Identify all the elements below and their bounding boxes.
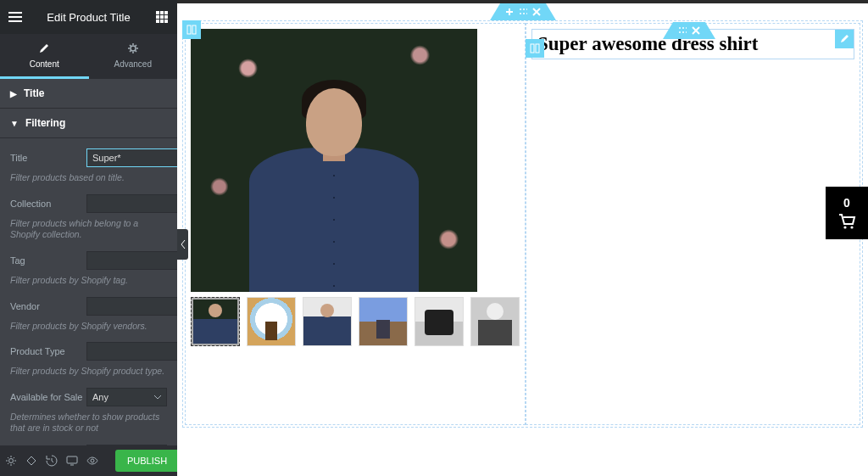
- svg-point-9: [131, 46, 136, 51]
- svg-rect-1: [160, 11, 164, 14]
- svg-rect-28: [536, 44, 539, 53]
- control-producttype-label: Product Type: [10, 346, 86, 356]
- responsive-icon[interactable]: [66, 454, 78, 468]
- panel-tabs: Content Advanced: [0, 34, 177, 79]
- tab-content[interactable]: Content: [0, 34, 89, 79]
- product-info-column[interactable]: Super awesome dress shirt: [526, 23, 860, 425]
- close-icon[interactable]: [692, 26, 700, 35]
- control-vendor-input[interactable]: [86, 297, 177, 316]
- tab-advanced-label: Advanced: [114, 59, 152, 69]
- drag-icon[interactable]: [519, 8, 527, 16]
- svg-point-18: [526, 13, 527, 14]
- svg-point-16: [520, 13, 521, 14]
- settings-icon[interactable]: [5, 454, 17, 468]
- gear-icon: [127, 42, 139, 54]
- product-main-image[interactable]: [191, 29, 477, 292]
- section-title-label: Title: [24, 87, 44, 99]
- panel-title: Edit Product Title: [24, 11, 153, 24]
- control-availableforsale-help: Determines whether to show products that…: [10, 412, 167, 440]
- svg-point-15: [526, 8, 527, 10]
- svg-rect-8: [164, 20, 168, 23]
- svg-rect-27: [531, 44, 534, 53]
- control-availableforsale-select[interactable]: Any: [86, 388, 167, 406]
- control-producttype-help: Filter products by Shopify product type.: [10, 366, 167, 383]
- cart-button[interactable]: 0: [826, 187, 868, 239]
- edit-widget-icon[interactable]: [835, 30, 854, 48]
- cart-icon: [837, 213, 856, 230]
- svg-point-20: [682, 27, 684, 29]
- control-vendor-label: Vendor: [10, 301, 86, 311]
- navigator-icon[interactable]: [25, 454, 37, 468]
- pencil-icon: [839, 34, 849, 44]
- control-tag-label: Tag: [10, 255, 86, 266]
- inner-section-handle[interactable]: [673, 22, 705, 39]
- widgets-icon[interactable]: [153, 8, 170, 25]
- product-thumbnails: [191, 297, 520, 346]
- svg-point-17: [523, 13, 525, 14]
- svg-rect-11: [67, 456, 77, 463]
- svg-point-23: [682, 31, 684, 33]
- product-thumbnail[interactable]: [303, 297, 352, 346]
- panel-controls: ▶ Title ▼ Filtering Title Filter product…: [0, 79, 177, 445]
- control-availableforsale-label: Available for Sale: [10, 392, 86, 402]
- product-thumbnail[interactable]: [359, 297, 408, 346]
- svg-point-29: [843, 226, 846, 228]
- product-thumbnail[interactable]: [470, 297, 520, 346]
- cart-count: 0: [843, 196, 850, 210]
- column-icon: [186, 25, 197, 35]
- caret-right-icon: ▶: [10, 89, 17, 98]
- product-thumbnail[interactable]: [247, 297, 296, 346]
- tab-content-label: Content: [30, 59, 59, 69]
- control-tag-help: Filter products by Shopify tag.: [10, 275, 167, 292]
- menu-icon[interactable]: [7, 8, 24, 25]
- control-title-help: Filter products based on title.: [10, 172, 167, 189]
- drag-icon[interactable]: [678, 26, 687, 35]
- panel-footer: PUBLISH: [0, 445, 177, 476]
- svg-rect-6: [156, 20, 159, 23]
- svg-point-22: [679, 31, 681, 33]
- control-title-input[interactable]: [86, 148, 177, 167]
- svg-point-24: [686, 31, 687, 33]
- control-vendor-help: Filter products by Shopify vendors.: [10, 321, 167, 338]
- svg-point-13: [520, 8, 521, 10]
- chevron-left-icon: [181, 240, 186, 249]
- svg-point-19: [679, 27, 681, 29]
- svg-rect-2: [164, 11, 168, 14]
- svg-rect-3: [156, 15, 159, 19]
- control-collection-label: Collection: [10, 199, 86, 209]
- editor-sidebar: Edit Product Title Content Advanced ▶ Ti…: [0, 0, 177, 476]
- editor-canvas: Super awesome dress shirt 0: [177, 0, 868, 476]
- section-title-toggle[interactable]: ▶ Title: [0, 79, 177, 109]
- svg-rect-25: [187, 25, 191, 34]
- history-icon[interactable]: [46, 454, 58, 468]
- control-collection-input[interactable]: [86, 194, 177, 213]
- preview-icon[interactable]: [86, 454, 98, 468]
- column-handle-left[interactable]: [182, 20, 201, 39]
- svg-rect-0: [156, 11, 159, 14]
- product-section[interactable]: Super awesome dress shirt: [182, 20, 863, 428]
- product-thumbnail[interactable]: [415, 297, 464, 346]
- product-gallery-column[interactable]: [185, 23, 526, 425]
- svg-point-21: [686, 27, 687, 29]
- plus-icon[interactable]: [505, 8, 514, 16]
- svg-point-12: [91, 459, 94, 462]
- column-handle-right[interactable]: [526, 39, 544, 58]
- svg-point-10: [9, 459, 14, 463]
- control-collection-help: Filter products which belong to a Shopif…: [10, 218, 167, 246]
- svg-rect-26: [192, 25, 196, 34]
- close-icon[interactable]: [532, 8, 541, 16]
- svg-rect-7: [160, 20, 164, 23]
- panel-header: Edit Product Title: [0, 0, 177, 34]
- svg-point-14: [523, 8, 525, 10]
- control-producttype-input[interactable]: [86, 342, 177, 361]
- section-handle-top[interactable]: [500, 3, 546, 20]
- section-filtering-label: Filtering: [25, 117, 65, 129]
- svg-rect-5: [164, 15, 168, 19]
- section-filtering-toggle[interactable]: ▼ Filtering: [0, 109, 177, 138]
- pencil-icon: [38, 42, 50, 54]
- control-tag-input[interactable]: [86, 251, 177, 270]
- product-thumbnail[interactable]: [191, 297, 240, 346]
- publish-button[interactable]: PUBLISH: [115, 450, 179, 472]
- tab-advanced[interactable]: Advanced: [89, 34, 178, 79]
- panel-collapse-handle[interactable]: [177, 229, 188, 260]
